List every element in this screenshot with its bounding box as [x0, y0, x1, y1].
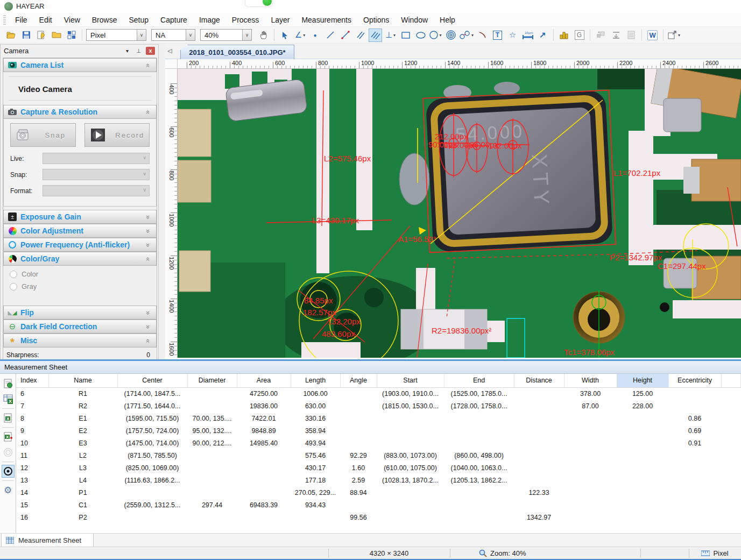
excel-table-icon[interactable]: X	[2, 393, 15, 406]
section-capture-resolution[interactable]: Capture & Resolution «	[3, 105, 157, 119]
gray-radio[interactable]	[10, 283, 17, 290]
expand-icon[interactable]: »	[144, 213, 152, 221]
col-diameter[interactable]: Diameter	[187, 374, 237, 387]
col-length[interactable]: Length	[291, 374, 340, 387]
annotation-c1[interactable]: C1=297.44px	[658, 261, 706, 271]
pointer-tool-icon[interactable]	[278, 29, 292, 42]
menu-process[interactable]: Process	[226, 14, 265, 26]
section-misc[interactable]: * Misc «	[3, 334, 157, 348]
report-export-icon[interactable]	[2, 377, 15, 390]
text-tool-icon[interactable]: T	[491, 29, 504, 42]
expand-icon[interactable]: »	[144, 227, 152, 235]
menu-setup[interactable]: Setup	[123, 14, 154, 26]
table-row[interactable]: 7R2(1771.50, 1644.0...19836.00630.00(181…	[16, 400, 741, 412]
annotation-l1[interactable]: L1=702.21px	[613, 168, 661, 178]
angle-tool-icon[interactable]: ∠▾	[293, 29, 307, 42]
menu-measurements[interactable]: Measurements	[295, 14, 357, 26]
ellipse-tool-icon[interactable]	[414, 29, 427, 42]
table-row[interactable]: 12L3(825.00, 1069.00)430.171.60(610.00, …	[16, 462, 741, 474]
color-radio-row[interactable]: Color	[3, 266, 157, 278]
report-icon[interactable]	[624, 29, 638, 42]
scale-bar-tool-icon[interactable]: 10μm	[521, 29, 534, 42]
menu-file[interactable]: File	[9, 14, 33, 26]
snap-button[interactable]: Snap	[10, 123, 76, 147]
section-dark-field[interactable]: ⊖ Dark Field Correction »	[3, 320, 157, 334]
annotation-tc1[interactable]: Tc1=378.06px	[564, 348, 615, 357]
col-width[interactable]: Width	[564, 374, 617, 387]
image-canvas[interactable]: 54.000 XTY	[178, 69, 741, 358]
tab-scroll-left-icon[interactable]: ◁	[167, 47, 172, 54]
measurement-sheet-tab[interactable]: Measurement Sheet	[1, 534, 94, 548]
pan-hand-icon[interactable]	[257, 29, 270, 42]
unit-dropdown[interactable]: Pixel∨	[86, 29, 146, 41]
table-row[interactable]: 14P1270.05, 229...88.94122.33	[16, 486, 741, 499]
rectangle-tool-icon[interactable]	[399, 29, 412, 42]
perpendicular-tool-icon[interactable]: ⊥▾	[384, 29, 397, 42]
gray-radio-row[interactable]: Gray	[3, 278, 157, 290]
excel-append-icon[interactable]: X	[2, 430, 15, 443]
panel-close-icon[interactable]: x	[146, 47, 155, 55]
col-start[interactable]: Start	[377, 374, 444, 387]
table-row[interactable]: 13L4(1116.63, 1866.2...177.182.59(1028.1…	[16, 474, 741, 486]
edit-image-icon[interactable]	[34, 29, 48, 42]
menu-browse[interactable]: Browse	[86, 14, 123, 26]
two-circles-tool-icon[interactable]: ▾	[459, 29, 474, 42]
arrow-tool-icon[interactable]: ↗	[536, 29, 549, 42]
collapse-icon[interactable]: «	[144, 108, 152, 116]
annotation-e-diameter-5[interactable]: 132.00px	[489, 141, 522, 150]
na-dropdown[interactable]: NA∨	[151, 29, 195, 41]
point-tool-icon[interactable]: ●	[308, 29, 322, 42]
expand-icon[interactable]: »	[144, 323, 152, 330]
live-dropdown[interactable]	[43, 153, 150, 164]
section-camera-list[interactable]: Camera List «	[3, 58, 157, 72]
col-name[interactable]: Name	[48, 374, 117, 387]
arc-tool-icon[interactable]	[476, 29, 489, 42]
segment-tool-icon[interactable]	[338, 29, 352, 42]
section-color-gray[interactable]: Color/Gray «	[3, 252, 157, 266]
panel-pin-icon[interactable]: ⊥	[135, 47, 143, 55]
batch-icon[interactable]	[65, 29, 78, 42]
save-icon[interactable]	[19, 29, 33, 42]
document-tab[interactable]: 2018_0101_003554_010.JPG*	[180, 45, 294, 59]
menu-options[interactable]: Options	[357, 14, 395, 26]
excel-export-icon[interactable]: X	[2, 412, 15, 424]
collapse-icon[interactable]: «	[144, 337, 152, 344]
concentric-circles-tool-icon[interactable]	[444, 29, 457, 42]
section-color-adjustment[interactable]: Color Adjustment »	[3, 224, 157, 238]
line-tool-icon[interactable]	[323, 29, 337, 42]
camera-device-name[interactable]: Video Camera	[9, 76, 151, 101]
circle-tool-icon[interactable]: ▾	[429, 29, 442, 42]
expand-icon[interactable]: »	[144, 309, 152, 316]
table-row[interactable]: 6R1(1714.00, 1847.5...47250.001006.00(19…	[16, 387, 741, 400]
table-row[interactable]: 9E2(1757.50, 724.00)95.00, 132....9848.8…	[16, 424, 741, 437]
ring-tool-icon[interactable]	[2, 446, 15, 459]
menu-window[interactable]: Window	[395, 14, 434, 26]
section-flip[interactable]: ◣◢ Flip »	[3, 306, 157, 320]
annotation-c-diameter-4[interactable]: 483.60px	[322, 329, 355, 338]
snap-dropdown[interactable]	[43, 169, 150, 180]
col-height[interactable]: Height	[617, 374, 668, 387]
annotation-l3[interactable]: L3=430.17px	[312, 216, 359, 225]
section-exposure-gain[interactable]: ± Exposure & Gain »	[3, 210, 157, 224]
settings-gear-icon[interactable]: ⚙	[2, 484, 15, 497]
panel-menu-icon[interactable]: ▾	[123, 47, 131, 55]
col-distance[interactable]: Distance	[514, 374, 564, 387]
menu-edit[interactable]: Edit	[33, 14, 58, 26]
histogram-icon[interactable]	[557, 29, 571, 42]
table-row[interactable]: 10E3(1475.00, 714.00)90.00, 212....14985…	[16, 437, 741, 449]
transfer-icon[interactable]	[594, 29, 608, 42]
table-row[interactable]: 15C1(2559.00, 1312.5...297.4469483.39934…	[16, 499, 741, 511]
folder-icon[interactable]	[50, 29, 63, 42]
col-angle[interactable]: Angle	[340, 374, 377, 387]
table-row[interactable]: 11L2(871.50, 785.50)575.4692.29(883.00, …	[16, 449, 741, 462]
star-tool-icon[interactable]: ☆	[506, 29, 519, 42]
zoom-dropdown[interactable]: 40%∨	[200, 29, 252, 41]
col-area[interactable]: Area	[237, 374, 291, 387]
menu-layer[interactable]: Layer	[265, 14, 295, 26]
annotation-p2[interactable]: P2=1342.97px	[610, 253, 662, 262]
annotation-c-diameter-1[interactable]: 84.85px	[304, 296, 333, 305]
format-dropdown[interactable]	[43, 185, 150, 196]
annotation-a1[interactable]: A1=56.53°	[398, 235, 436, 244]
col-center[interactable]: Center	[117, 374, 187, 387]
center-point-icon[interactable]	[2, 465, 15, 478]
